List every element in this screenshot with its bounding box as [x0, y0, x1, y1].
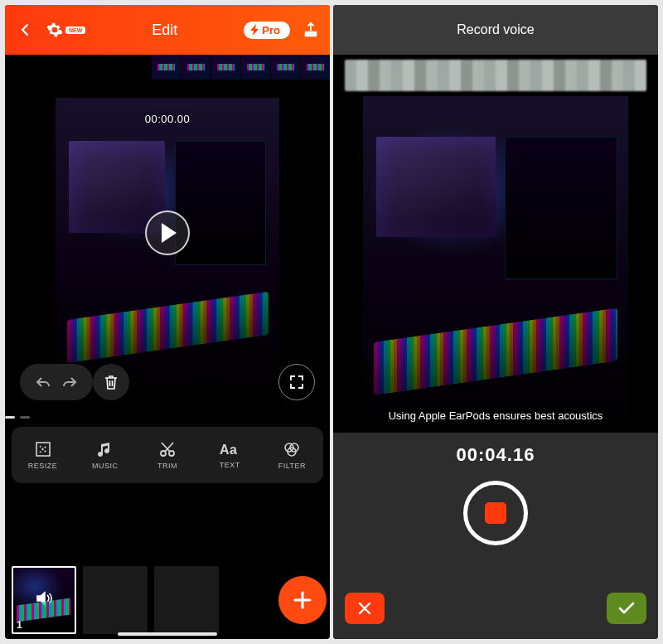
toolbar-page-indicator: [5, 416, 330, 419]
gear-icon: [46, 22, 63, 38]
undo-redo-group: [20, 364, 93, 400]
record-video-preview: Using Apple EarPods ensures best acousti…: [363, 96, 628, 432]
export-button[interactable]: [302, 21, 320, 39]
fullscreen-button[interactable]: [278, 364, 315, 400]
fullscreen-icon: [290, 375, 303, 389]
preview-area: 00:00.00: [5, 55, 330, 411]
trim-icon: [158, 440, 177, 458]
tool-filter[interactable]: FILTER: [261, 427, 323, 483]
tool-music[interactable]: MUSIC: [74, 427, 136, 483]
record-cancel-button[interactable]: [345, 593, 385, 624]
close-icon: [357, 601, 372, 616]
tool-trim[interactable]: TRIM: [136, 427, 198, 483]
record-panel: 00:04.16: [333, 433, 658, 639]
plus-icon: [292, 589, 313, 611]
record-stop-button[interactable]: [463, 481, 528, 545]
tool-text-label: TEXT: [220, 461, 240, 469]
tool-text[interactable]: Aa TEXT: [199, 427, 261, 483]
editor-screen: NEW Edit Pro 00:00.00: [5, 5, 330, 639]
bolt-icon: [250, 24, 260, 36]
record-timecode: 00:04.16: [457, 444, 535, 466]
toolbar: RESIZE MUSIC TRIM Aa TEXT FILTER: [12, 427, 323, 483]
export-icon: [302, 21, 320, 39]
record-header: Record voice: [333, 5, 658, 55]
text-icon: Aa: [220, 441, 240, 458]
music-icon: [96, 440, 114, 458]
settings-new-badge: NEW: [65, 27, 85, 34]
clip-empty-1[interactable]: [83, 566, 148, 634]
back-button[interactable]: [15, 20, 35, 40]
settings-button[interactable]: NEW: [46, 22, 85, 38]
clip-index: 1: [17, 619, 22, 631]
editor-title: Edit: [152, 22, 177, 39]
delete-button[interactable]: [93, 364, 129, 400]
preview-controls: [5, 360, 330, 404]
stop-icon: [485, 502, 506, 524]
record-confirm-button[interactable]: [607, 593, 646, 624]
preview-timecode: 00:00.00: [145, 113, 191, 125]
clip-1[interactable]: 1: [12, 566, 76, 634]
speaker-icon: [35, 589, 53, 608]
add-clip-button[interactable]: [278, 576, 327, 624]
clip-audio-icon: [35, 589, 53, 611]
tool-trim-label: TRIM: [157, 462, 177, 470]
svg-rect-0: [305, 31, 317, 36]
record-tip: Using Apple EarPods ensures best acousti…: [363, 409, 628, 422]
trash-icon: [104, 374, 119, 390]
pro-button[interactable]: Pro: [244, 22, 290, 39]
tool-resize[interactable]: RESIZE: [12, 427, 74, 483]
clip-empty-2[interactable]: [154, 566, 219, 634]
tool-filter-label: FILTER: [278, 462, 306, 470]
back-icon: [18, 23, 31, 36]
pro-label: Pro: [262, 24, 280, 36]
play-button[interactable]: [145, 211, 190, 255]
tool-music-label: MUSIC: [92, 462, 119, 470]
timeline-thumbnails[interactable]: [151, 55, 330, 80]
clip-row[interactable]: 1: [5, 559, 330, 639]
record-voice-screen: Record voice Using Apple EarPods ensures…: [333, 5, 658, 639]
check-icon: [618, 602, 635, 615]
play-icon: [160, 223, 178, 243]
home-indicator: [118, 632, 217, 636]
ad-banner[interactable]: [345, 60, 646, 91]
record-title: Record voice: [457, 22, 534, 37]
resize-icon: [34, 440, 52, 458]
editor-header: NEW Edit Pro: [5, 5, 330, 55]
redo-icon[interactable]: [61, 375, 78, 389]
undo-icon[interactable]: [35, 375, 51, 389]
filter-icon: [283, 440, 301, 458]
tool-resize-label: RESIZE: [28, 462, 58, 470]
svg-text:Aa: Aa: [220, 443, 237, 457]
